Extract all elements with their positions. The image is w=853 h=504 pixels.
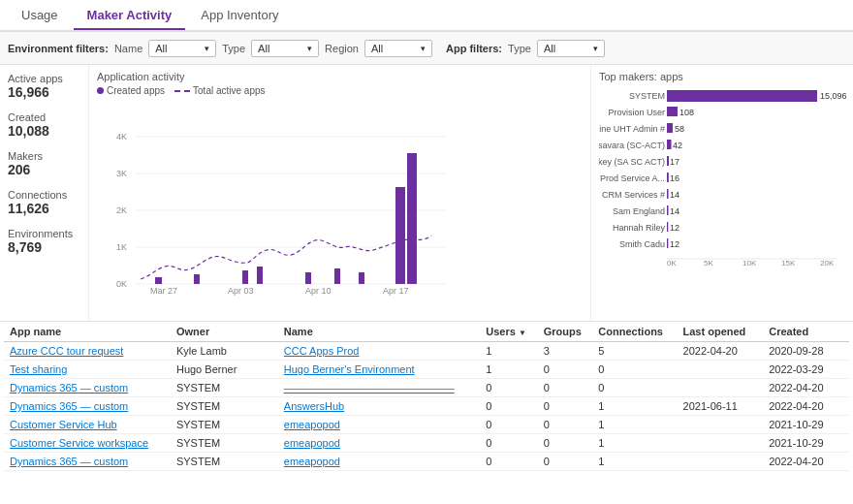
- svg-text:OCP CRM Prod Service A...: OCP CRM Prod Service A...: [599, 173, 665, 183]
- svg-text:Mike Hickey (SA SC ACT): Mike Hickey (SA SC ACT): [599, 157, 665, 167]
- svg-text:4K: 4K: [116, 132, 127, 142]
- svg-rect-15: [407, 153, 417, 284]
- environment-filters-label: Environment filters:: [8, 43, 109, 54]
- stat-created: Created 10,088: [8, 111, 80, 139]
- svg-text:15K: 15K: [781, 259, 796, 268]
- cell-connections: 0: [592, 379, 677, 397]
- bar-chart-area: Top makers: apps SYSTEM 15,096 Provision…: [591, 65, 853, 321]
- table-row: Azure CCC tour requestKyle LambCCC Apps …: [4, 342, 849, 361]
- cell-owner: SYSTEM: [171, 397, 278, 416]
- region-chevron-icon: ▾: [421, 44, 426, 53]
- cell-users: 1: [480, 361, 537, 379]
- svg-rect-24: [667, 90, 817, 102]
- cell-owner: Kyle Lamb: [171, 342, 278, 361]
- cell-app-name[interactable]: Azure CCC tour request: [4, 342, 171, 361]
- cell-name[interactable]: emeapopod: [278, 434, 480, 453]
- tab-app-inventory[interactable]: App Inventory: [187, 2, 292, 30]
- table-row: Dynamics 365 — customSYSTEMAnswersHub001…: [4, 397, 849, 416]
- svg-text:0K: 0K: [667, 259, 677, 268]
- svg-rect-19: [257, 267, 263, 284]
- cell-created: 2020-09-28: [763, 342, 849, 361]
- stat-connections-value: 11,626: [8, 201, 80, 216]
- svg-text:10K: 10K: [742, 259, 757, 268]
- svg-text:0K: 0K: [116, 279, 127, 289]
- cell-connections: 1: [592, 434, 677, 453]
- svg-text:20K: 20K: [820, 259, 835, 268]
- cell-owner: Hugo Berner: [171, 361, 278, 379]
- cell-connections: 1: [592, 416, 677, 434]
- table-section: App name Owner Name Users ▼ Groups Conne…: [0, 322, 853, 501]
- cell-app-name[interactable]: Customer Service workspace: [4, 434, 171, 453]
- cell-created: 2022-04-20: [763, 379, 849, 397]
- cell-app-name[interactable]: Dynamics 365 — custom: [4, 397, 171, 416]
- filters-row: Environment filters: Name All ▾ Type All…: [0, 32, 853, 65]
- cell-last-opened: [678, 453, 764, 471]
- region-filter-select[interactable]: All ▾: [364, 40, 432, 57]
- svg-text:17: 17: [670, 157, 679, 167]
- cell-name[interactable]: CCC Apps Prod: [278, 342, 480, 361]
- svg-text:12: 12: [670, 223, 679, 233]
- cell-groups: 0: [538, 361, 593, 379]
- line-chart-svg: 0K 1K 2K 3K 4K Mar 27 Apr 03 Apr 10 Apr …: [97, 100, 456, 294]
- svg-text:SYSTEM: SYSTEM: [629, 91, 665, 101]
- svg-rect-48: [667, 222, 668, 232]
- name-filter-label: Name: [114, 43, 142, 54]
- cell-groups: 0: [538, 379, 593, 397]
- legend-dash-icon: [174, 90, 190, 92]
- col-users[interactable]: Users ▼: [480, 322, 537, 342]
- table-row: Test sharingHugo BernerHugo Berner's Env…: [4, 361, 849, 379]
- cell-name[interactable]: emeapopod: [278, 416, 480, 434]
- cell-owner: SYSTEM: [171, 379, 278, 397]
- tab-usage[interactable]: Usage: [8, 2, 72, 30]
- cell-created: 2022-04-20: [763, 453, 849, 471]
- cell-name[interactable]: Hugo Berner's Environment: [278, 361, 480, 379]
- svg-rect-20: [305, 272, 311, 284]
- col-owner: Owner: [171, 322, 278, 342]
- svg-text:12: 12: [670, 239, 679, 249]
- app-type-filter-select[interactable]: All ▾: [537, 40, 605, 57]
- cell-app-name[interactable]: Dynamics 365 — custom: [4, 453, 171, 471]
- col-groups: Groups: [538, 322, 593, 342]
- cell-app-name[interactable]: Customer Service Hub: [4, 416, 171, 434]
- stat-makers-label: Makers: [8, 150, 80, 162]
- region-filter-label: Region: [325, 43, 359, 54]
- svg-text:CRM Online UHT Admin #: CRM Online UHT Admin #: [599, 124, 665, 134]
- name-chevron-icon: ▾: [205, 44, 209, 53]
- stat-environments-value: 8,769: [8, 239, 80, 255]
- svg-text:Provision User: Provision User: [608, 108, 665, 117]
- svg-rect-18: [242, 270, 248, 284]
- cell-name[interactable]: emeapopod: [278, 453, 480, 471]
- cell-app-name[interactable]: Test sharing: [4, 361, 171, 379]
- cell-last-opened: 2022-04-20: [678, 342, 764, 361]
- cell-name[interactable]: ————————————————: [278, 379, 480, 397]
- svg-text:CRM Services #: CRM Services #: [602, 190, 665, 200]
- col-name: Name: [278, 322, 480, 342]
- cell-users: 0: [480, 453, 537, 471]
- name-filter-select[interactable]: All ▾: [148, 40, 216, 57]
- svg-text:15,096: 15,096: [820, 91, 846, 101]
- users-sort-icon: ▼: [519, 329, 526, 337]
- cell-connections: 1: [592, 453, 677, 471]
- stat-environments: Environments 8,769: [8, 228, 80, 255]
- cell-app-name[interactable]: Dynamics 365 — custom: [4, 379, 171, 397]
- cell-owner: SYSTEM: [171, 434, 278, 453]
- stat-created-label: Created: [8, 111, 80, 123]
- svg-rect-45: [667, 205, 669, 215]
- svg-rect-42: [667, 189, 669, 199]
- cell-groups: 0: [538, 434, 593, 453]
- col-last-opened: Last opened: [678, 322, 764, 342]
- tab-bar: Usage Maker Activity App Inventory: [0, 0, 853, 32]
- type-filter-select[interactable]: All ▾: [251, 40, 319, 57]
- svg-text:58: 58: [675, 124, 684, 134]
- tab-maker-activity[interactable]: Maker Activity: [74, 2, 186, 30]
- cell-name[interactable]: AnswersHub: [278, 397, 480, 416]
- svg-text:Sriderr Kasavara (SC-ACT): Sriderr Kasavara (SC-ACT): [599, 141, 665, 150]
- cell-users: 0: [480, 416, 537, 434]
- cell-last-opened: [678, 361, 764, 379]
- cell-last-opened: [678, 434, 764, 453]
- stat-makers: Makers 206: [8, 150, 80, 177]
- svg-text:42: 42: [673, 141, 682, 150]
- cell-groups: 0: [538, 397, 593, 416]
- svg-text:108: 108: [679, 108, 694, 117]
- col-connections: Connections: [592, 322, 677, 342]
